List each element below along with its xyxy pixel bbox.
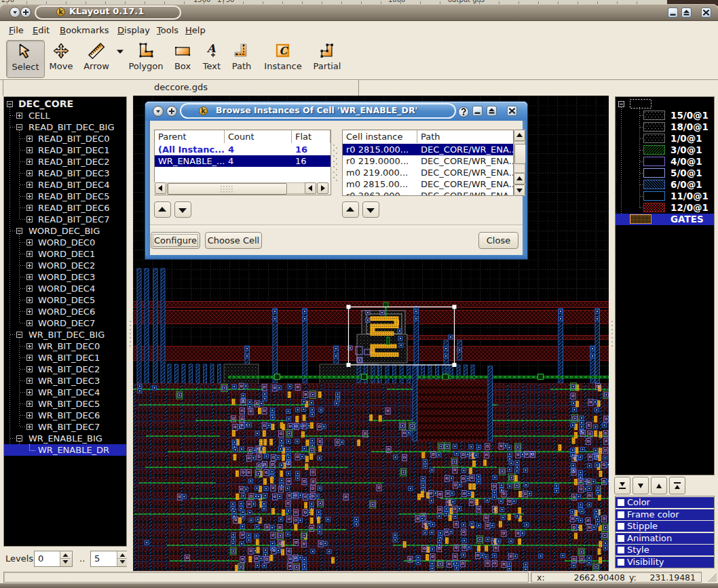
menu-tools[interactable]: Tools [153, 24, 182, 37]
tree-item-read_bit_dec7[interactable]: READ_BIT_DEC7 [4, 214, 126, 225]
instance-down-button[interactable] [362, 201, 379, 218]
tree-item-wr_bit_dec2[interactable]: WR_BIT_DEC2 [4, 364, 126, 375]
attr-row-visibility[interactable]: Visibility [616, 557, 714, 568]
attr-row-stipple[interactable]: Stipple [616, 521, 714, 532]
expand-box-icon[interactable] [26, 355, 33, 361]
collapse-box-icon[interactable] [16, 228, 22, 234]
expand-box-icon[interactable] [26, 239, 33, 246]
levels-from-spin-buttons[interactable] [60, 551, 72, 566]
layer-swatch[interactable] [643, 122, 665, 132]
dialog-minimize-button[interactable] [472, 106, 483, 116]
checkbox-icon[interactable] [618, 559, 624, 566]
attr-row-animation[interactable]: Animation [616, 533, 714, 544]
menu-help[interactable]: Help [182, 24, 209, 37]
expand-box-icon[interactable] [26, 286, 33, 292]
layer-row-gates[interactable]: GATES [616, 214, 714, 225]
layer-row-11-0-1[interactable]: 11/0@1 [616, 191, 714, 202]
dialog-help-button[interactable] [458, 106, 469, 117]
tree-item-word_dec1[interactable]: WORD_DEC1 [4, 248, 126, 260]
layer-swatch[interactable] [643, 191, 665, 201]
tool-move-button[interactable]: Move [45, 40, 77, 78]
layer-move-bottom-button[interactable] [614, 477, 630, 494]
expand-box-icon[interactable] [26, 147, 33, 153]
tree-item-word_dec5[interactable]: WORD_DEC5 [4, 294, 126, 306]
menu-edit[interactable]: Edit [29, 24, 53, 37]
layer-swatch[interactable] [643, 157, 665, 166]
window-plus-button[interactable] [20, 7, 31, 18]
expand-box-icon[interactable] [26, 297, 33, 303]
parent-down-button[interactable] [174, 201, 191, 218]
tree-item-word_dec6[interactable]: WORD_DEC6 [4, 306, 126, 317]
instance-table-row[interactable]: r0 219.0000...DEC_CORE/WR_ENA... [343, 155, 513, 167]
tree-item-word_dec_big[interactable]: WORD_DEC_BIG [4, 225, 126, 237]
layer-move-up-button[interactable] [651, 477, 667, 494]
tree-item-read_bit_dec6[interactable]: READ_BIT_DEC6 [4, 202, 126, 214]
minimize-button[interactable] [668, 7, 678, 18]
layer-row-5-0-1[interactable]: 5/0@1 [616, 168, 714, 179]
tree-item-read_bit_dec4[interactable]: READ_BIT_DEC4 [4, 179, 126, 191]
parent-table-row[interactable]: WR_ENABLE_...416 [155, 155, 330, 167]
collapse-box-icon[interactable] [7, 101, 13, 107]
layer-move-down-button[interactable] [632, 477, 649, 494]
attr-row-style[interactable]: Style [616, 545, 714, 555]
tree-item-word_dec7[interactable]: WORD_DEC7 [4, 317, 126, 329]
tree-item-wr_bit_dec4[interactable]: WR_BIT_DEC4 [4, 387, 126, 398]
tree-item-cell[interactable]: CELL [4, 110, 126, 121]
titlebar[interactable]: k KLayout 0.17.1 [0, 4, 718, 21]
tool-select-button[interactable]: Select [6, 40, 45, 78]
parent-table-row[interactable]: (All Instanc...416 [155, 144, 330, 155]
expand-box-icon[interactable] [26, 251, 33, 257]
instance-up-button[interactable] [342, 201, 359, 218]
instances-table[interactable]: Cell instancePathr0 2815.000...DEC_CORE/… [342, 130, 514, 196]
tree-item-wr_bit_dec6[interactable]: WR_BIT_DEC6 [4, 410, 126, 421]
tree-item-word_dec2[interactable]: WORD_DEC2 [4, 260, 126, 271]
configure-button[interactable]: Configure [151, 232, 200, 249]
expand-box-icon[interactable] [26, 170, 33, 176]
expand-box-icon[interactable] [16, 113, 22, 119]
collapse-box-icon[interactable] [16, 124, 22, 130]
window-shade-button[interactable] [10, 7, 20, 18]
attr-row-color[interactable]: Color [616, 497, 714, 508]
instance-table-row[interactable]: r0 2815.000...DEC_CORE/WR_ENA... [343, 144, 513, 155]
instance-table-row[interactable]: m0 219.000...DEC_CORE/WR_ENA... [343, 167, 513, 178]
instance-table-row[interactable]: r0 2862.000...DEC_CORE/WR_ENA... [343, 190, 513, 196]
layer-swatch[interactable] [643, 145, 665, 155]
v-scroll-thumb[interactable] [514, 144, 526, 164]
dialog-titlebar[interactable]: k Browse Instances Of Cell 'WR_ENABLE_DR… [145, 102, 527, 121]
layer-group-row[interactable] [616, 98, 714, 110]
tree-item-word_dec0[interactable]: WORD_DEC0 [4, 237, 126, 248]
collapse-box-icon[interactable] [618, 101, 624, 107]
checkbox-icon[interactable] [618, 511, 624, 518]
expand-box-icon[interactable] [26, 182, 33, 188]
dialog-plus-button[interactable] [166, 106, 177, 117]
layer-swatch[interactable] [643, 134, 665, 143]
tree-item-read_bit_dec3[interactable]: READ_BIT_DEC3 [4, 168, 126, 179]
menu-file[interactable]: File [5, 24, 27, 37]
tree-item-read_bit_dec0[interactable]: READ_BIT_DEC0 [4, 133, 126, 144]
expand-box-icon[interactable] [26, 389, 33, 395]
dialog-maximize-button[interactable] [487, 106, 497, 116]
menu-display[interactable]: Display [114, 24, 153, 37]
tree-item-wr_bit_dec3[interactable]: WR_BIT_DEC3 [4, 375, 126, 387]
checkbox-icon[interactable] [618, 547, 624, 553]
expand-box-icon[interactable] [26, 424, 33, 430]
expand-box-icon[interactable] [26, 401, 33, 407]
layer-swatch[interactable] [643, 111, 665, 120]
collapse-box-icon[interactable] [16, 332, 22, 338]
dialog-close-button[interactable] [507, 106, 517, 116]
choose-cell-button[interactable]: Choose Cell [205, 232, 262, 249]
tree-item-wr_enable_big[interactable]: WR_ENABLE_BIG [4, 433, 126, 444]
layer-swatch[interactable] [643, 168, 665, 178]
column-header-count[interactable]: Count [225, 130, 292, 143]
tree-item-read_bit_dec5[interactable]: READ_BIT_DEC5 [4, 191, 126, 202]
expand-box-icon[interactable] [26, 366, 33, 372]
cell-tree-panel[interactable]: DEC_CORECELLREAD_BIT_DEC_BIGREAD_BIT_DEC… [3, 96, 127, 547]
v-scroll-groove[interactable] [514, 141, 525, 173]
checkbox-icon[interactable] [618, 535, 624, 542]
tool-box-button[interactable]: Box [167, 40, 198, 78]
attr-row-frame-color[interactable]: Frame color [616, 509, 714, 520]
tree-item-wr_bit_dec0[interactable]: WR_BIT_DEC0 [4, 340, 126, 352]
column-header-parent[interactable]: Parent [155, 130, 225, 143]
close-button[interactable] [701, 7, 711, 18]
instance-table-row[interactable]: m0 2815.00...DEC_CORE/WR_ENA... [343, 178, 513, 190]
